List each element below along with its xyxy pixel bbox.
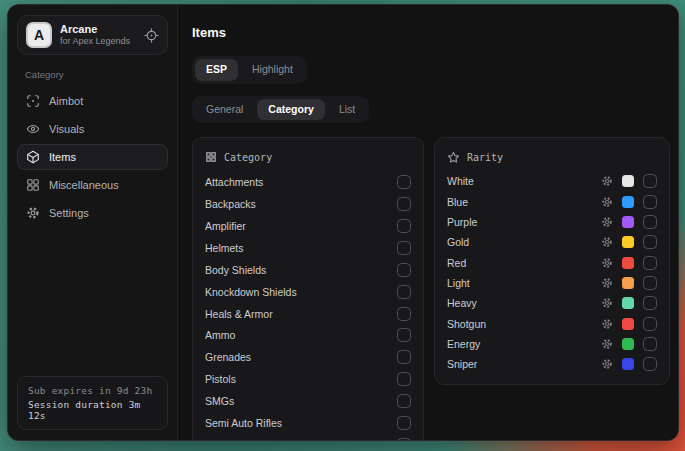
checkbox-backpacks[interactable] xyxy=(397,197,411,211)
gear-small-icon[interactable] xyxy=(601,196,613,208)
checkbox-rarity-gold[interactable] xyxy=(643,235,657,249)
gear-small-icon[interactable] xyxy=(601,257,613,269)
color-swatch-gold[interactable] xyxy=(622,236,634,248)
checkbox-pistols[interactable] xyxy=(397,372,411,386)
sidebar-item-label: Settings xyxy=(49,207,89,219)
eye-icon xyxy=(26,122,40,136)
rarity-panel-title: Rarity xyxy=(467,152,503,163)
category-row-label: Backpacks xyxy=(205,198,256,210)
main-content: Items ESPHighlight GeneralCategoryList C… xyxy=(178,5,678,440)
category-row-label: Amplifier xyxy=(205,220,246,232)
checkbox-assault-rifles[interactable] xyxy=(397,438,411,441)
gear-small-icon[interactable] xyxy=(601,236,613,248)
rarity-row-label: White xyxy=(447,175,474,187)
category-row-amplifier: Amplifier xyxy=(205,215,411,237)
grid-icon xyxy=(26,178,40,192)
color-swatch-purple[interactable] xyxy=(622,216,634,228)
checkbox-attachments[interactable] xyxy=(397,175,411,189)
sidebar-item-label: Items xyxy=(49,151,76,163)
color-swatch-light[interactable] xyxy=(622,277,634,289)
rarity-row-controls xyxy=(601,256,657,270)
sidebar-item-settings[interactable]: Settings xyxy=(17,200,168,226)
sidebar-item-miscellaneous[interactable]: Miscellaneous xyxy=(17,172,168,198)
checkbox-rarity-purple[interactable] xyxy=(643,215,657,229)
checkbox-rarity-energy[interactable] xyxy=(643,337,657,351)
category-row-knockdown-shields: Knockdown Shields xyxy=(205,281,411,303)
rarity-row-purple: Purple xyxy=(447,212,657,232)
app-logo-text: Arcane for Apex Legends xyxy=(60,23,136,48)
checkbox-semi-auto-rifles[interactable] xyxy=(397,416,411,430)
tab-list[interactable]: List xyxy=(328,99,366,121)
tab-esp[interactable]: ESP xyxy=(195,59,238,81)
checkbox-ammo[interactable] xyxy=(397,328,411,342)
rarity-row-label: Red xyxy=(447,257,466,269)
session-duration-text: Session duration 3m 12s xyxy=(28,399,157,421)
color-swatch-shotgun[interactable] xyxy=(622,318,634,330)
category-row-label: Grenades xyxy=(205,351,251,363)
tab-general[interactable]: General xyxy=(195,99,254,121)
checkbox-helmets[interactable] xyxy=(397,241,411,255)
cube-icon xyxy=(26,150,40,164)
checkbox-heals-armor[interactable] xyxy=(397,307,411,321)
gear-small-icon[interactable] xyxy=(601,318,613,330)
color-swatch-energy[interactable] xyxy=(622,338,634,350)
checkbox-body-shields[interactable] xyxy=(397,263,411,277)
color-swatch-red[interactable] xyxy=(622,257,634,269)
color-swatch-blue[interactable] xyxy=(622,196,634,208)
color-swatch-white[interactable] xyxy=(622,175,634,187)
gear-small-icon[interactable] xyxy=(601,358,613,370)
category-row-label: SMGs xyxy=(205,395,234,407)
checkbox-rarity-red[interactable] xyxy=(643,256,657,270)
color-swatch-sniper[interactable] xyxy=(622,358,634,370)
rarity-row-controls xyxy=(601,174,657,188)
rarity-row-shotgun: Shotgun xyxy=(447,313,657,333)
scan-target-icon[interactable] xyxy=(144,28,159,43)
category-rows: AttachmentsBackpacksAmplifierHelmetsBody… xyxy=(205,171,411,441)
checkbox-rarity-blue[interactable] xyxy=(643,195,657,209)
category-row-label: Helmets xyxy=(205,242,244,254)
sidebar-item-visuals[interactable]: Visuals xyxy=(17,116,168,142)
gear-small-icon[interactable] xyxy=(601,297,613,309)
session-info-card: Sub expires in 9d 23h Session duration 3… xyxy=(17,376,168,430)
category-row-label: Body Shields xyxy=(205,264,266,276)
checkbox-rarity-light[interactable] xyxy=(643,276,657,290)
category-row-backpacks: Backpacks xyxy=(205,193,411,215)
panels-row: Category AttachmentsBackpacksAmplifierHe… xyxy=(192,137,678,441)
category-row-attachments: Attachments xyxy=(205,171,411,193)
checkbox-grenades[interactable] xyxy=(397,350,411,364)
gear-small-icon[interactable] xyxy=(601,277,613,289)
checkbox-smgs[interactable] xyxy=(397,394,411,408)
checkbox-knockdown-shields[interactable] xyxy=(397,285,411,299)
gear-small-icon[interactable] xyxy=(601,175,613,187)
category-row-grenades: Grenades xyxy=(205,346,411,368)
app-logo: A xyxy=(26,22,52,48)
checkbox-rarity-shotgun[interactable] xyxy=(643,317,657,331)
rarity-row-label: Heavy xyxy=(447,297,477,309)
sidebar-item-aimbot[interactable]: Aimbot xyxy=(17,88,168,114)
gear-small-icon[interactable] xyxy=(601,216,613,228)
tab-highlight[interactable]: Highlight xyxy=(241,59,304,81)
category-panel: Category AttachmentsBackpacksAmplifierHe… xyxy=(192,137,424,441)
rarity-row-controls xyxy=(601,317,657,331)
rarity-row-controls xyxy=(601,276,657,290)
checkbox-amplifier[interactable] xyxy=(397,219,411,233)
checkbox-rarity-sniper[interactable] xyxy=(643,357,657,371)
sidebar-item-items[interactable]: Items xyxy=(17,144,168,170)
gear-small-icon[interactable] xyxy=(601,338,613,350)
checkbox-rarity-white[interactable] xyxy=(643,174,657,188)
color-swatch-heavy[interactable] xyxy=(622,297,634,309)
rarity-row-controls xyxy=(601,296,657,310)
rarity-row-white: White xyxy=(447,171,657,191)
checkbox-rarity-heavy[interactable] xyxy=(643,296,657,310)
rarity-row-label: Shotgun xyxy=(447,318,486,330)
tab-category[interactable]: Category xyxy=(257,99,325,121)
sub-expires-text: Sub expires in 9d 23h xyxy=(28,385,157,396)
category-row-label: Semi Auto Rifles xyxy=(205,417,282,429)
star-icon xyxy=(447,151,460,164)
rarity-row-controls xyxy=(601,195,657,209)
app-subtitle: for Apex Legends xyxy=(60,36,136,47)
category-row-body-shields: Body Shields xyxy=(205,259,411,281)
category-row-pistols: Pistols xyxy=(205,368,411,390)
page-title: Items xyxy=(192,25,678,40)
category-row-label: Heals & Armor xyxy=(205,308,273,320)
